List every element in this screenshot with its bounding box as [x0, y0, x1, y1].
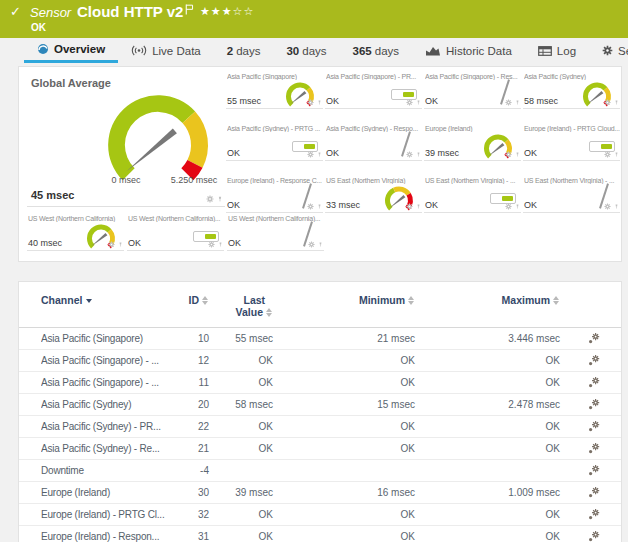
col-header-last-value[interactable]: Last Value [209, 294, 273, 318]
gear-icon[interactable] [307, 203, 314, 210]
pin-icon[interactable] [318, 241, 323, 248]
channel-value: 33 msec [326, 200, 360, 210]
channel-settings-button[interactable] [560, 486, 621, 500]
row-channel: Downtime [41, 465, 171, 476]
channel-gear-icon [588, 508, 600, 520]
gear-icon[interactable] [307, 151, 314, 158]
row-last-value: OK [209, 443, 273, 454]
channel-value: OK [128, 238, 141, 248]
pin-icon[interactable] [614, 99, 619, 106]
channel-gauge-cell: Asia Pacific (Sydney) 58 msec [523, 73, 620, 109]
channel-gear-icon [588, 464, 600, 476]
row-maximum: 2.478 msec [415, 399, 560, 410]
col-header-maximum[interactable]: Maximum [415, 294, 560, 306]
tab-live-data[interactable]: Live Data [118, 38, 214, 63]
channel-settings-button[interactable] [560, 530, 621, 542]
pin-icon[interactable] [317, 99, 322, 106]
channel-settings-button[interactable] [560, 376, 621, 390]
gear-icon[interactable] [604, 99, 611, 106]
gear-icon[interactable] [206, 195, 214, 203]
col-header-minimum[interactable]: Minimum [273, 294, 415, 306]
col-header-channel[interactable]: Channel [41, 294, 171, 306]
tab-overview[interactable]: Overview [24, 38, 118, 63]
tab-settings-label: Settings [618, 45, 628, 57]
row-minimum: OK [273, 531, 415, 542]
channel-settings-button[interactable] [560, 420, 621, 434]
log-icon [538, 46, 552, 56]
pin-icon[interactable] [317, 203, 322, 210]
sensor-header: ✓ Sensor Cloud HTTP v2 ★★★☆☆ OK [0, 0, 628, 38]
channel-settings-button[interactable] [560, 442, 621, 456]
pin-icon[interactable] [118, 241, 123, 248]
tab-overview-label: Overview [54, 43, 105, 55]
table-row: Asia Pacific (Singapore) - ... 11 OK OK … [19, 372, 621, 394]
overview-icon [37, 43, 49, 55]
pin-icon[interactable] [416, 151, 421, 158]
row-channel: Asia Pacific (Singapore) - ... [41, 377, 171, 388]
cell-actions [505, 151, 520, 158]
table-header-row: Channel ID Last Value Minimum Maximum [19, 282, 621, 328]
tab-log[interactable]: Log [525, 38, 589, 63]
pin-icon[interactable] [217, 195, 223, 203]
channel-settings-button[interactable] [560, 508, 621, 522]
gear-icon[interactable] [604, 203, 611, 210]
tab-2-days[interactable]: 2days [214, 38, 274, 63]
cell-actions [505, 203, 520, 210]
row-channel: Europe (Ireland) - PRTG Cl... [41, 509, 171, 520]
gear-icon[interactable] [505, 151, 512, 158]
tab-30-days[interactable]: 30days [273, 38, 339, 63]
gear-icon[interactable] [108, 241, 115, 248]
gear-icon[interactable] [406, 99, 413, 106]
row-id: 22 [171, 421, 209, 432]
channel-gear-icon [588, 398, 600, 410]
pin-icon[interactable] [218, 241, 223, 248]
pin-icon[interactable] [515, 151, 520, 158]
channel-value: OK [227, 200, 240, 210]
priority-stars[interactable]: ★★★☆☆ [200, 5, 254, 18]
gear-icon[interactable] [307, 99, 314, 106]
col-header-id[interactable]: ID [171, 294, 209, 306]
gear-icon[interactable] [406, 203, 413, 210]
row-id: 11 [171, 377, 209, 388]
cell-actions [406, 151, 421, 158]
gear-icon[interactable] [505, 99, 512, 106]
historic-data-icon [425, 46, 441, 56]
gear-icon[interactable] [604, 151, 611, 158]
tab-settings[interactable]: Settings [589, 38, 628, 63]
tab-365-days[interactable]: 365days [340, 38, 412, 63]
cell-actions [406, 99, 421, 106]
pin-icon[interactable] [515, 99, 520, 106]
pin-icon[interactable] [416, 99, 421, 106]
row-last-value: 39 msec [209, 487, 273, 498]
pin-icon[interactable] [317, 151, 322, 158]
row-id: 20 [171, 399, 209, 410]
row-minimum: OK [273, 509, 415, 520]
sort-icon [266, 308, 273, 317]
table-row: Asia Pacific (Sydney) - PR... 22 OK OK O… [19, 416, 621, 438]
channel-settings-button[interactable] [560, 398, 621, 412]
gear-icon[interactable] [406, 151, 413, 158]
channel-settings-button[interactable] [560, 354, 621, 368]
gear-icon[interactable] [208, 241, 215, 248]
tab-historic-data[interactable]: Historic Data [412, 38, 525, 63]
table-row: Europe (Ireland) 30 39 msec 16 msec 1.00… [19, 482, 621, 504]
channel-gear-icon [588, 442, 600, 454]
row-channel: Asia Pacific (Sydney) [41, 399, 171, 410]
global-average-value: 45 msec [31, 189, 74, 201]
pin-icon[interactable] [515, 203, 520, 210]
gear-icon[interactable] [308, 241, 315, 248]
table-row: Asia Pacific (Sydney) - Re... 21 OK OK O… [19, 438, 621, 460]
pin-icon[interactable] [416, 203, 421, 210]
channel-settings-button[interactable] [560, 332, 621, 346]
channel-gauge-cell: Europe (Ireland) 39 msec [424, 125, 521, 161]
pin-icon[interactable] [614, 151, 619, 158]
sensor-kind-label: Sensor [30, 5, 71, 20]
gear-icon[interactable] [505, 203, 512, 210]
channel-gauge-cell: US East (Northern Virginia) 33 msec [325, 177, 422, 213]
row-maximum: OK [415, 443, 560, 454]
tab-historic-label: Historic Data [446, 45, 512, 57]
row-channel: Asia Pacific (Sydney) - Re... [41, 443, 171, 454]
row-last-value: OK [209, 355, 273, 366]
pin-icon[interactable] [614, 203, 619, 210]
channel-settings-button[interactable] [560, 464, 621, 478]
